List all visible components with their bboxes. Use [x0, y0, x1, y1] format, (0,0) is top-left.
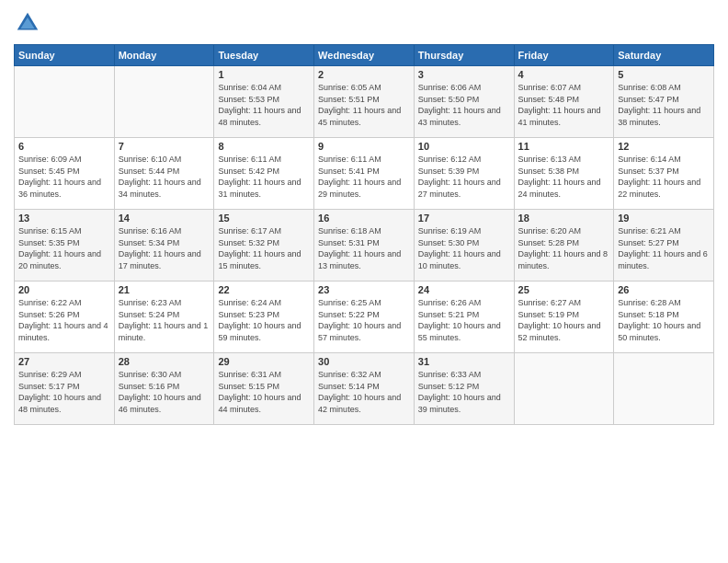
calendar-cell [514, 353, 614, 425]
header [14, 9, 714, 37]
day-number: 22 [218, 284, 310, 295]
day-number: 31 [418, 356, 510, 367]
day-info: Sunrise: 6:12 AM Sunset: 5:39 PM Dayligh… [418, 154, 510, 200]
calendar-week-3: 13Sunrise: 6:15 AM Sunset: 5:35 PM Dayli… [15, 210, 714, 282]
calendar-table: SundayMondayTuesdayWednesdayThursdayFrid… [14, 44, 714, 425]
day-info: Sunrise: 6:32 AM Sunset: 5:14 PM Dayligh… [318, 369, 410, 415]
calendar-cell: 6Sunrise: 6:09 AM Sunset: 5:45 PM Daylig… [15, 138, 115, 210]
logo-icon [14, 9, 41, 37]
day-info: Sunrise: 6:14 AM Sunset: 5:37 PM Dayligh… [618, 154, 710, 200]
day-number: 28 [119, 356, 210, 367]
calendar-cell: 10Sunrise: 6:12 AM Sunset: 5:39 PM Dayli… [414, 138, 514, 210]
calendar-week-5: 27Sunrise: 6:29 AM Sunset: 5:17 PM Dayli… [15, 353, 714, 425]
day-number: 25 [518, 284, 610, 295]
weekday-header-wednesday: Wednesday [314, 45, 415, 66]
calendar-cell: 5Sunrise: 6:08 AM Sunset: 5:47 PM Daylig… [614, 66, 714, 138]
calendar-cell: 14Sunrise: 6:16 AM Sunset: 5:34 PM Dayli… [114, 210, 214, 282]
calendar-week-2: 6Sunrise: 6:09 AM Sunset: 5:45 PM Daylig… [15, 138, 714, 210]
calendar-cell: 8Sunrise: 6:11 AM Sunset: 5:42 PM Daylig… [214, 138, 314, 210]
day-info: Sunrise: 6:21 AM Sunset: 5:27 PM Dayligh… [618, 225, 710, 271]
day-info: Sunrise: 6:27 AM Sunset: 5:19 PM Dayligh… [518, 297, 610, 343]
day-number: 21 [119, 284, 210, 295]
calendar-cell: 1Sunrise: 6:04 AM Sunset: 5:53 PM Daylig… [214, 66, 314, 138]
weekday-header-thursday: Thursday [414, 45, 514, 66]
calendar-cell: 3Sunrise: 6:06 AM Sunset: 5:50 PM Daylig… [414, 66, 514, 138]
day-info: Sunrise: 6:11 AM Sunset: 5:42 PM Dayligh… [218, 154, 310, 200]
day-info: Sunrise: 6:22 AM Sunset: 5:26 PM Dayligh… [18, 297, 110, 343]
day-number: 17 [418, 213, 510, 224]
calendar-week-1: 1Sunrise: 6:04 AM Sunset: 5:53 PM Daylig… [15, 66, 714, 138]
calendar-body: 1Sunrise: 6:04 AM Sunset: 5:53 PM Daylig… [15, 66, 714, 425]
calendar-cell: 13Sunrise: 6:15 AM Sunset: 5:35 PM Dayli… [15, 210, 115, 282]
weekday-header-monday: Monday [114, 45, 214, 66]
calendar-cell: 9Sunrise: 6:11 AM Sunset: 5:41 PM Daylig… [314, 138, 415, 210]
day-info: Sunrise: 6:28 AM Sunset: 5:18 PM Dayligh… [618, 297, 710, 343]
day-info: Sunrise: 6:04 AM Sunset: 5:53 PM Dayligh… [218, 82, 310, 128]
day-info: Sunrise: 6:07 AM Sunset: 5:48 PM Dayligh… [518, 82, 610, 128]
calendar-header: SundayMondayTuesdayWednesdayThursdayFrid… [15, 45, 714, 66]
calendar-cell: 18Sunrise: 6:20 AM Sunset: 5:28 PM Dayli… [514, 210, 614, 282]
day-number: 1 [218, 69, 310, 80]
day-number: 29 [218, 356, 310, 367]
calendar-cell: 30Sunrise: 6:32 AM Sunset: 5:14 PM Dayli… [314, 353, 415, 425]
calendar-cell: 25Sunrise: 6:27 AM Sunset: 5:19 PM Dayli… [514, 282, 614, 353]
calendar-cell: 23Sunrise: 6:25 AM Sunset: 5:22 PM Dayli… [314, 282, 415, 353]
day-info: Sunrise: 6:30 AM Sunset: 5:16 PM Dayligh… [119, 369, 210, 415]
calendar-cell: 26Sunrise: 6:28 AM Sunset: 5:18 PM Dayli… [614, 282, 714, 353]
weekday-header-sunday: Sunday [15, 45, 115, 66]
day-number: 5 [618, 69, 710, 80]
calendar-cell: 28Sunrise: 6:30 AM Sunset: 5:16 PM Dayli… [114, 353, 214, 425]
day-info: Sunrise: 6:10 AM Sunset: 5:44 PM Dayligh… [119, 154, 210, 200]
day-number: 6 [18, 141, 110, 152]
day-info: Sunrise: 6:31 AM Sunset: 5:15 PM Dayligh… [218, 369, 310, 415]
calendar-cell: 16Sunrise: 6:18 AM Sunset: 5:31 PM Dayli… [314, 210, 415, 282]
day-number: 20 [18, 284, 110, 295]
calendar-cell: 24Sunrise: 6:26 AM Sunset: 5:21 PM Dayli… [414, 282, 514, 353]
day-info: Sunrise: 6:08 AM Sunset: 5:47 PM Dayligh… [618, 82, 710, 128]
day-number: 19 [618, 213, 710, 224]
day-info: Sunrise: 6:24 AM Sunset: 5:23 PM Dayligh… [218, 297, 310, 343]
calendar-cell: 29Sunrise: 6:31 AM Sunset: 5:15 PM Dayli… [214, 353, 314, 425]
calendar-cell [15, 66, 115, 138]
weekday-header-tuesday: Tuesday [214, 45, 314, 66]
day-number: 2 [318, 69, 410, 80]
weekday-header-friday: Friday [514, 45, 614, 66]
day-info: Sunrise: 6:13 AM Sunset: 5:38 PM Dayligh… [518, 154, 610, 200]
day-number: 7 [119, 141, 210, 152]
day-info: Sunrise: 6:11 AM Sunset: 5:41 PM Dayligh… [318, 154, 410, 200]
day-info: Sunrise: 6:05 AM Sunset: 5:51 PM Dayligh… [318, 82, 410, 128]
day-info: Sunrise: 6:26 AM Sunset: 5:21 PM Dayligh… [418, 297, 510, 343]
day-info: Sunrise: 6:19 AM Sunset: 5:30 PM Dayligh… [418, 225, 510, 271]
day-number: 23 [318, 284, 410, 295]
day-number: 11 [518, 141, 610, 152]
day-number: 30 [318, 356, 410, 367]
calendar-cell: 19Sunrise: 6:21 AM Sunset: 5:27 PM Dayli… [614, 210, 714, 282]
day-number: 3 [418, 69, 510, 80]
calendar-cell: 27Sunrise: 6:29 AM Sunset: 5:17 PM Dayli… [15, 353, 115, 425]
calendar-cell: 20Sunrise: 6:22 AM Sunset: 5:26 PM Dayli… [15, 282, 115, 353]
day-number: 24 [418, 284, 510, 295]
day-info: Sunrise: 6:29 AM Sunset: 5:17 PM Dayligh… [18, 369, 110, 415]
day-number: 26 [618, 284, 710, 295]
day-number: 13 [18, 213, 110, 224]
day-info: Sunrise: 6:15 AM Sunset: 5:35 PM Dayligh… [18, 225, 110, 271]
day-info: Sunrise: 6:25 AM Sunset: 5:22 PM Dayligh… [318, 297, 410, 343]
day-info: Sunrise: 6:18 AM Sunset: 5:31 PM Dayligh… [318, 225, 410, 271]
day-info: Sunrise: 6:06 AM Sunset: 5:50 PM Dayligh… [418, 82, 510, 128]
calendar-week-4: 20Sunrise: 6:22 AM Sunset: 5:26 PM Dayli… [15, 282, 714, 353]
logo [14, 9, 45, 37]
calendar-cell [614, 353, 714, 425]
day-info: Sunrise: 6:17 AM Sunset: 5:32 PM Dayligh… [218, 225, 310, 271]
day-info: Sunrise: 6:16 AM Sunset: 5:34 PM Dayligh… [119, 225, 210, 271]
day-number: 15 [218, 213, 310, 224]
calendar-cell: 17Sunrise: 6:19 AM Sunset: 5:30 PM Dayli… [414, 210, 514, 282]
calendar-cell [114, 66, 214, 138]
day-number: 18 [518, 213, 610, 224]
calendar-cell: 21Sunrise: 6:23 AM Sunset: 5:24 PM Dayli… [114, 282, 214, 353]
calendar-cell: 4Sunrise: 6:07 AM Sunset: 5:48 PM Daylig… [514, 66, 614, 138]
day-info: Sunrise: 6:09 AM Sunset: 5:45 PM Dayligh… [18, 154, 110, 200]
day-number: 4 [518, 69, 610, 80]
day-number: 10 [418, 141, 510, 152]
day-number: 14 [119, 213, 210, 224]
calendar-cell: 7Sunrise: 6:10 AM Sunset: 5:44 PM Daylig… [114, 138, 214, 210]
